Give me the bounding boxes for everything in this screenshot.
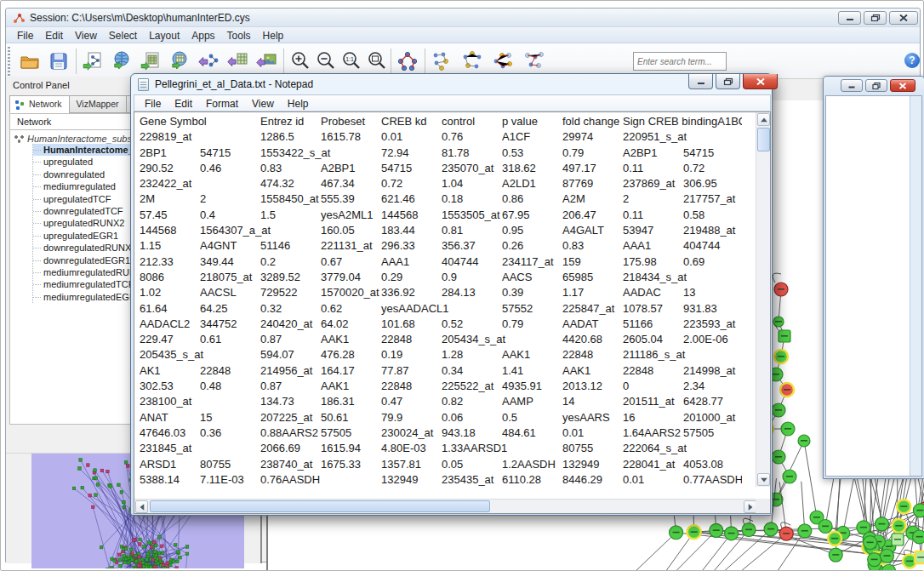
close-icon[interactable] (890, 79, 915, 92)
background-window-body (825, 95, 922, 477)
menu-item[interactable]: Help (281, 95, 316, 110)
control-panel-tab[interactable]: Network (9, 95, 69, 113)
background-window (823, 76, 924, 479)
menu-item[interactable]: View (69, 28, 103, 42)
menu-item[interactable]: View (245, 95, 281, 110)
open-folder-icon[interactable] (18, 49, 42, 73)
cytoscape-app-icon (13, 12, 26, 24)
search-input[interactable] (633, 52, 727, 71)
notepad-text[interactable]: Gene Symbol Entrez id Probeset CREB kd c… (134, 112, 742, 487)
export-network-icon[interactable] (197, 49, 220, 73)
menu-item[interactable]: Edit (39, 28, 69, 42)
menu-item[interactable]: Apps (185, 28, 220, 42)
import-network-web-icon[interactable] (110, 49, 134, 73)
menu-item[interactable]: File (11, 28, 39, 42)
notepad-window: Pellegrini_et_al_Data.txt - Notepad File… (130, 73, 773, 516)
maximize-button[interactable] (716, 74, 740, 89)
layout-circular-icon[interactable] (460, 49, 484, 73)
layout-hierarchic-icon[interactable] (522, 49, 545, 73)
svg-text:1:1: 1:1 (345, 56, 354, 62)
minimize-button[interactable] (841, 79, 863, 92)
menu-item[interactable]: Tools (221, 28, 257, 42)
scroll-left-icon[interactable] (135, 500, 148, 513)
scroll-up-icon[interactable] (757, 113, 770, 126)
minimize-button[interactable] (688, 74, 713, 89)
notepad-icon (138, 78, 149, 91)
zoom-actual-icon[interactable]: 1:1 (339, 49, 363, 73)
page-title: Session: C:\Users\m\Desktop\humanInterED… (30, 12, 250, 24)
zoom-in-icon[interactable] (288, 49, 312, 73)
minimize-button[interactable] (838, 11, 861, 25)
control-panel-tab[interactable]: VizMapper (69, 95, 126, 113)
layout-organic-icon[interactable] (491, 49, 515, 73)
scrollbar-thumb[interactable] (757, 128, 770, 151)
menu-item[interactable]: File (138, 95, 168, 110)
close-button[interactable] (889, 11, 918, 25)
maximize-button[interactable] (864, 11, 887, 25)
background-window-scrollbar[interactable] (910, 96, 921, 476)
zoom-fit-icon[interactable] (365, 49, 389, 73)
close-icon[interactable] (743, 74, 778, 89)
horizontal-scrollbar[interactable] (134, 499, 757, 513)
cytoscape-menubar: FileEditViewSelectLayoutAppsToolsHelp (6, 27, 920, 43)
import-table-web-icon[interactable] (168, 49, 191, 73)
menu-item[interactable]: Select (103, 28, 143, 42)
notepad-body: Gene Symbol Entrez id Probeset CREB kd c… (134, 111, 771, 514)
notepad-titlebar[interactable]: Pellegrini_et_al_Data.txt - Notepad (131, 74, 772, 94)
toolbar-grip[interactable] (8, 47, 10, 76)
cytoscape-titlebar[interactable]: Session: C:\Users\m\Desktop\humanInterED… (6, 9, 920, 27)
import-network-file-icon[interactable] (81, 49, 105, 73)
menu-item[interactable]: Format (199, 95, 245, 110)
background-window-titlebar[interactable] (824, 77, 924, 95)
export-table-icon[interactable] (225, 49, 249, 73)
vertical-scrollbar[interactable] (756, 112, 770, 487)
menu-item[interactable]: Layout (143, 28, 185, 42)
import-table-file-icon[interactable] (139, 49, 163, 73)
menu-item[interactable]: Help (257, 28, 290, 42)
scrollbar-corner (756, 499, 770, 513)
layout-grid-icon[interactable] (430, 49, 453, 73)
help-icon[interactable]: ? (904, 53, 920, 68)
notepad-title: Pellegrini_et_al_Data.txt - Notepad (155, 78, 313, 90)
restore-button[interactable] (865, 79, 887, 92)
notepad-menubar: FileEditFormatViewHelp (134, 94, 771, 111)
desktop: Session: C:\Users\m\Desktop\humanInterED… (0, 0, 924, 571)
export-image-icon[interactable] (254, 49, 278, 73)
scroll-down-icon[interactable] (757, 473, 770, 486)
scroll-right-icon[interactable] (744, 500, 756, 513)
zoom-out-icon[interactable] (314, 49, 338, 73)
scrollbar-thumb[interactable] (150, 500, 490, 512)
network-overview-icon[interactable] (396, 49, 419, 73)
menu-item[interactable]: Edit (168, 95, 199, 110)
save-icon[interactable] (47, 49, 71, 73)
